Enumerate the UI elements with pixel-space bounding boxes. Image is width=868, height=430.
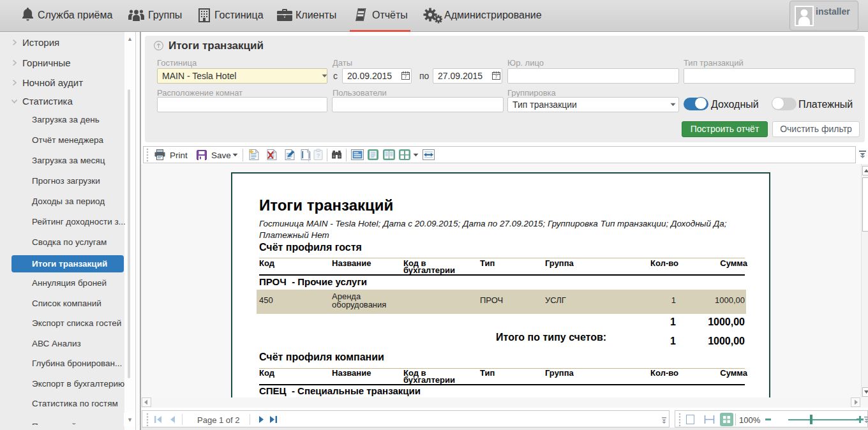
svg-text:7: 7: [495, 75, 498, 79]
svg-text:?: ?: [317, 152, 320, 159]
svg-text:7: 7: [405, 75, 407, 79]
